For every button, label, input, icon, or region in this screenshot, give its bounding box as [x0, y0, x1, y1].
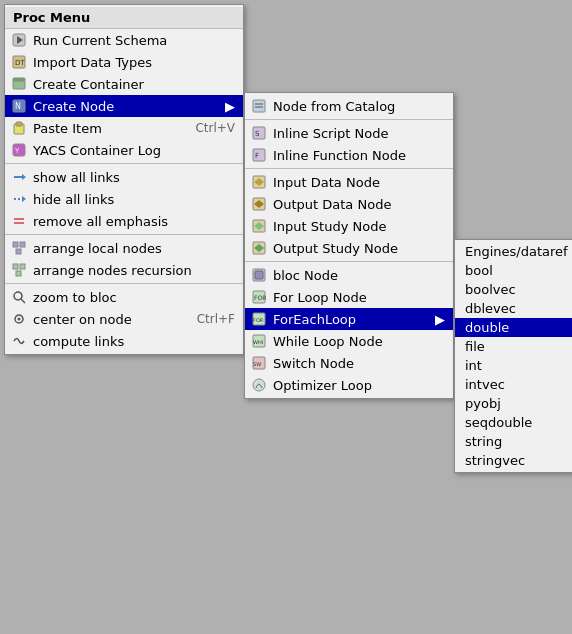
foreachloop-arrow: ▶ [425, 312, 445, 327]
svg-text:Y: Y [14, 147, 20, 155]
proc-menu-title: Proc Menu [5, 7, 243, 29]
forloop-icon: FOR [249, 289, 269, 305]
type-dblevec[interactable]: dblevec [455, 299, 572, 318]
menu-container: Proc Menu Run Current Schema DT Import D… [4, 4, 244, 355]
submenu1-bloc[interactable]: bloc Node [245, 264, 453, 286]
center-shortcut: Ctrl+F [177, 312, 235, 326]
optimizer-icon [249, 377, 269, 393]
arrangerecursion-icon [9, 262, 29, 278]
svg-text:WHI: WHI [253, 339, 263, 345]
submenu1-foreachloop[interactable]: FOR ForEachLoop ▶ [245, 308, 453, 330]
submenu1-outputdata[interactable]: Output Data Node [245, 193, 453, 215]
svg-rect-19 [20, 242, 25, 247]
inputstudy-icon [249, 218, 269, 234]
menu-item-arrangelocal[interactable]: arrange local nodes [5, 237, 243, 259]
type-string[interactable]: string [455, 432, 572, 451]
menu-item-import[interactable]: DT Import Data Types [5, 51, 243, 73]
submenu1-optimizer[interactable]: Optimizer Loop [245, 374, 453, 396]
type-double[interactable]: double [455, 318, 572, 337]
createnode-arrow: ▶ [215, 99, 235, 114]
svg-rect-44 [255, 271, 263, 279]
submenu-foreachloop: Engines/dataref bool boolvec dblevec dou… [454, 239, 572, 473]
hidelinks-icon [9, 191, 29, 207]
submenu1-divider1 [245, 119, 453, 120]
svg-text:N: N [15, 102, 21, 111]
fromcatalog-icon [249, 98, 269, 114]
center-icon [9, 311, 29, 327]
svg-text:FOR: FOR [253, 317, 264, 323]
type-enginesdata[interactable]: Engines/dataref [455, 242, 572, 261]
foreachloop-icon: FOR [249, 311, 269, 327]
submenu1-inlinefunction[interactable]: F Inline Function Node [245, 144, 453, 166]
submenu-createnode: Node from Catalog S Inline Script Node F… [244, 92, 454, 399]
svg-rect-23 [16, 271, 21, 276]
menu-item-removeemphasis[interactable]: remove all emphasis [5, 210, 243, 232]
switch-icon: SW [249, 355, 269, 371]
paste-shortcut: Ctrl+V [175, 121, 235, 135]
svg-rect-18 [13, 242, 18, 247]
svg-point-27 [18, 318, 21, 321]
createnode-icon: N [9, 98, 29, 114]
menu-item-showlinks[interactable]: show all links [5, 166, 243, 188]
submenu1-whileloop[interactable]: WHI While Loop Node [245, 330, 453, 352]
menu-item-center[interactable]: center on node Ctrl+F [5, 308, 243, 330]
svg-text:FOR: FOR [254, 294, 266, 301]
submenu1-divider2 [245, 168, 453, 169]
proc-menu: Proc Menu Run Current Schema DT Import D… [4, 4, 244, 355]
submenu1-outputstudy[interactable]: Output Study Node [245, 237, 453, 259]
svg-rect-5 [13, 78, 25, 81]
container-icon [9, 76, 29, 92]
removeemphasis-icon [9, 213, 29, 229]
menu-item-hidelinks[interactable]: hide all links [5, 188, 243, 210]
submenu1-inlinescript[interactable]: S Inline Script Node [245, 122, 453, 144]
menu-item-container[interactable]: Create Container [5, 73, 243, 95]
divider-2 [5, 234, 243, 235]
svg-marker-15 [22, 196, 26, 202]
svg-line-25 [21, 299, 25, 303]
divider-3 [5, 283, 243, 284]
svg-text:SW: SW [253, 361, 261, 367]
run-icon [9, 32, 29, 48]
arrangelocal-icon [9, 240, 29, 256]
type-int[interactable]: int [455, 356, 572, 375]
showlinks-icon [9, 169, 29, 185]
inlinefunction-icon: F [249, 147, 269, 163]
outputdata-icon [249, 196, 269, 212]
type-boolvec[interactable]: boolvec [455, 280, 572, 299]
type-stringvec[interactable]: stringvec [455, 451, 572, 470]
compute-icon [9, 333, 29, 349]
inlinescript-icon: S [249, 125, 269, 141]
menu-item-compute[interactable]: compute links [5, 330, 243, 352]
menu-item-run[interactable]: Run Current Schema [5, 29, 243, 51]
svg-rect-22 [20, 264, 25, 269]
svg-rect-20 [16, 249, 21, 254]
menu-item-yacs[interactable]: Y YACS Container Log [5, 139, 243, 161]
submenu1-switch[interactable]: SW Switch Node [245, 352, 453, 374]
submenu1-inputstudy[interactable]: Input Study Node [245, 215, 453, 237]
svg-point-24 [14, 292, 22, 300]
zoom-icon [9, 289, 29, 305]
svg-text:S: S [255, 130, 260, 138]
inputdata-icon [249, 174, 269, 190]
type-intvec[interactable]: intvec [455, 375, 572, 394]
svg-point-53 [253, 379, 265, 391]
submenu1-inputdata[interactable]: Input Data Node [245, 171, 453, 193]
type-pyobj[interactable]: pyobj [455, 394, 572, 413]
whileloop-icon: WHI [249, 333, 269, 349]
type-seqdouble[interactable]: seqdouble [455, 413, 572, 432]
svg-rect-9 [16, 122, 22, 126]
svg-marker-13 [22, 174, 26, 180]
menu-item-paste[interactable]: Paste Item Ctrl+V [5, 117, 243, 139]
svg-text:DT: DT [15, 59, 25, 67]
menu-item-createnode[interactable]: N Create Node ▶ [5, 95, 243, 117]
bloc-icon [249, 267, 269, 283]
svg-rect-21 [13, 264, 18, 269]
import-icon: DT [9, 54, 29, 70]
menu-item-zoom[interactable]: zoom to bloc [5, 286, 243, 308]
menu-item-arrangerecursion[interactable]: arrange nodes recursion [5, 259, 243, 281]
submenu1-fromcatalog[interactable]: Node from Catalog [245, 95, 453, 117]
outputstudy-icon [249, 240, 269, 256]
type-bool[interactable]: bool [455, 261, 572, 280]
type-file[interactable]: file [455, 337, 572, 356]
submenu1-forloop[interactable]: FOR For Loop Node [245, 286, 453, 308]
